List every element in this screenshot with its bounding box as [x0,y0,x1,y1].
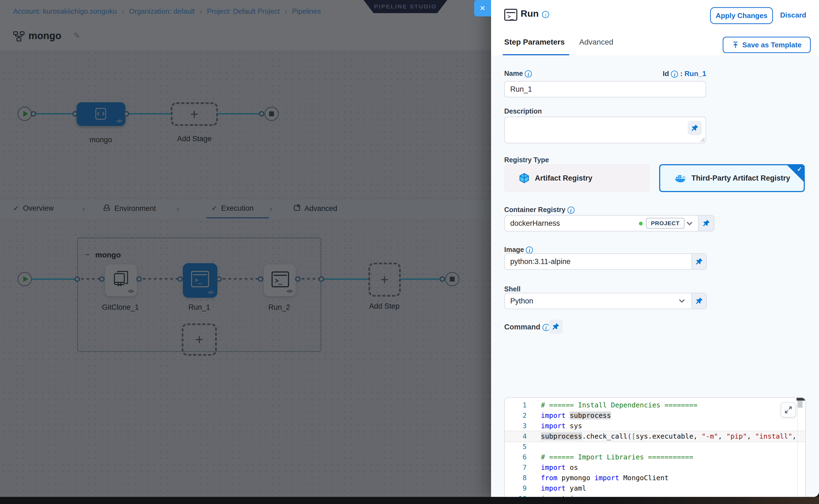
chevron-down-icon[interactable] [679,299,685,303]
editor-overview-ruler[interactable] [797,398,805,401]
close-icon: ✕ [480,4,486,13]
docker-icon [675,174,686,183]
discard-button[interactable]: Discard [780,11,806,19]
pipeline-studio-section: Account: kurosakiichigo.songoku › Organi… [0,0,491,497]
container-registry-pin-button[interactable] [699,215,714,231]
code-line[interactable]: 4subprocess.check_call([sys.executable, … [505,431,805,442]
pin-icon [695,258,703,265]
code-line[interactable]: 7import os [505,462,805,473]
artifact-registry-icon [519,173,530,184]
name-label: Name i [504,69,532,77]
code-line[interactable]: 5 [505,442,805,452]
code-line[interactable]: 1# ====== Install Dependencies ======== [505,400,805,410]
shell-label: Shell [504,285,521,293]
shell-select-group: Python [504,293,707,309]
description-pin-button[interactable] [688,121,702,135]
editor-scrollbar-track [797,398,798,504]
code-line[interactable]: 8from pymongo import MongoClient [505,473,805,483]
run-step-icon: >_ [504,9,516,20]
description-label: Description [504,107,542,115]
step-parameters-form: Name i Id i : Run_1 Run_1 Description Re… [491,55,819,497]
chevron-down-icon[interactable] [687,222,693,225]
name-input[interactable]: Run_1 [504,81,706,97]
panel-tabs: Step Parameters Advanced Save as Templat… [491,30,819,56]
pin-icon [691,124,699,132]
drawer-close-button[interactable]: ✕ [474,0,491,16]
container-registry-label: Container Registry i [504,206,575,214]
step-id-value[interactable]: Run_1 [685,69,706,78]
code-line[interactable]: 9import yaml [505,483,805,494]
info-icon[interactable]: i [671,71,678,78]
pin-icon [695,297,703,305]
modal-dim-overlay [0,0,491,497]
shell-pin-button[interactable] [691,293,706,309]
apply-changes-button[interactable]: Apply Changes [710,7,773,24]
registry-type-label: Registry Type [504,156,549,164]
tab-advanced-panel[interactable]: Advanced [579,38,614,47]
scope-chip: PROJECT [646,218,685,229]
shell-select[interactable]: Python [505,297,679,305]
editor-expand-button[interactable] [781,402,796,418]
code-lines: 1# ====== Install Dependencies ========2… [505,400,805,504]
command-label: Command i [504,323,550,331]
image-label: Image i [504,246,533,254]
pin-icon [702,219,710,227]
command-pin-button[interactable] [549,320,563,334]
code-line[interactable]: 2import subprocess [505,410,805,421]
registry-option-artifact[interactable]: Artifact Registry [504,164,650,192]
desktop-edge-strip [0,497,819,504]
panel-header: >_ Run i Apply Changes Discard [491,0,819,30]
description-textarea[interactable] [504,117,706,143]
container-registry-select[interactable]: dockerHarness PROJECT [504,215,699,231]
resize-handle-icon[interactable] [700,137,705,142]
save-as-template-button[interactable]: Save as Template [723,37,811,53]
image-input[interactable]: python:3.11-alpine [505,257,691,266]
command-code-editor[interactable]: 1# ====== Install Dependencies ========2… [504,397,806,504]
image-input-group: python:3.11-alpine [504,253,707,270]
step-id: Id i : Run_1 [663,69,706,78]
check-icon: ✓ [797,166,802,173]
connector-status-dot [639,222,643,225]
info-icon[interactable]: i [525,70,532,77]
app: Account: kurosakiichigo.songoku › Organi… [0,0,819,504]
code-line[interactable]: 3import sys [505,421,805,431]
step-config-panel: >_ Run i Apply Changes Discard Step Para… [491,0,819,497]
image-pin-button[interactable] [691,254,706,269]
info-icon[interactable]: i [542,11,549,18]
code-line[interactable]: 6# ====== Import Libraries =========== [505,452,805,462]
registry-option-third-party[interactable]: Third-Party Artifact Registry ✓ [659,164,805,192]
expand-icon [785,406,792,413]
info-icon[interactable]: i [526,247,533,254]
panel-title: Run [521,8,539,19]
upload-icon [732,41,739,48]
info-icon[interactable]: i [568,207,575,214]
pin-icon [552,323,560,331]
tab-step-parameters[interactable]: Step Parameters [504,38,565,47]
